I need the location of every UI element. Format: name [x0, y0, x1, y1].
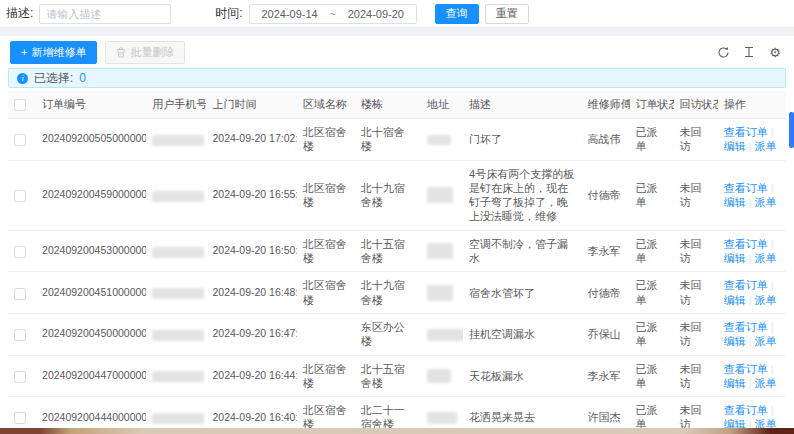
row-checkbox[interactable]	[14, 329, 26, 341]
cell-visit-time: 2024-09-20 16:44:38	[206, 355, 296, 397]
page-gap	[0, 28, 794, 36]
dispatch-link[interactable]: 派单	[755, 252, 777, 264]
row-checkbox[interactable]	[14, 288, 26, 300]
background-window-edge	[0, 428, 794, 434]
cell-order-status: 已派单	[630, 355, 674, 397]
action-separator: |	[771, 279, 774, 291]
cell-actions: 查看订单|编辑|派单	[718, 119, 786, 161]
edit-link[interactable]: 编辑	[724, 140, 746, 152]
cell-visit-status: 未回访	[674, 355, 718, 397]
action-separator: |	[749, 335, 752, 347]
col-desc: 描述	[463, 91, 581, 119]
scrollbar-thumb[interactable]	[789, 112, 794, 148]
edit-link[interactable]: 编辑	[724, 377, 746, 389]
table-row: 202409200505000000452024-09-20 17:02:46北…	[8, 119, 786, 161]
refresh-icon[interactable]	[716, 45, 730, 59]
cell-actions: 查看订单|编辑|派单	[718, 313, 786, 355]
cell-desc: 门坏了	[463, 119, 581, 161]
cell-address	[421, 160, 463, 230]
redacted-phone	[152, 413, 204, 424]
redacted-address	[427, 243, 453, 259]
settings-gear-icon[interactable]: ⚙	[768, 45, 782, 59]
dispatch-link[interactable]: 派单	[755, 196, 777, 208]
cell-area: 北区宿舍楼	[297, 160, 355, 230]
cell-visit-time: 2024-09-20 17:02:46	[206, 119, 296, 161]
redacted-address	[427, 285, 453, 301]
selected-count: 0	[79, 71, 86, 85]
cell-address	[421, 355, 463, 397]
table-toolbar: + 新增维修单 批量删除 ⚙	[8, 36, 786, 66]
view-order-link[interactable]: 查看订单	[724, 321, 768, 333]
edit-link[interactable]: 编辑	[724, 294, 746, 306]
action-separator: |	[771, 404, 774, 416]
cell-order-status: 已派单	[630, 272, 674, 314]
cell-address	[421, 272, 463, 314]
batch-delete-button[interactable]: 批量删除	[105, 41, 185, 64]
dispatch-link[interactable]: 派单	[755, 140, 777, 152]
redacted-address	[427, 329, 463, 341]
cell-visit-time: 2024-09-20 16:55:18	[206, 160, 296, 230]
action-separator: |	[749, 196, 752, 208]
cell-building: 东区办公楼	[355, 313, 421, 355]
row-checkbox[interactable]	[14, 371, 26, 383]
table-body: 202409200505000000452024-09-20 17:02:46北…	[8, 119, 786, 434]
selection-alert: i 已选择: 0	[8, 68, 786, 88]
cell-building: 北十五宿舍楼	[355, 355, 421, 397]
desc-filter-input[interactable]	[39, 4, 171, 24]
cell-building: 北十九宿舍楼	[355, 272, 421, 314]
reset-button[interactable]: 重置	[485, 4, 529, 24]
dispatch-link[interactable]: 派单	[755, 377, 777, 389]
col-visit-status: 回访状态	[674, 91, 718, 119]
date-range-picker[interactable]: 2024-09-14 ~ 2024-09-20	[249, 4, 417, 24]
content-card: + 新增维修单 批量删除 ⚙ i 已选择:	[0, 36, 794, 428]
dispatch-link[interactable]: 派单	[755, 335, 777, 347]
row-checkbox[interactable]	[14, 412, 26, 424]
view-order-link[interactable]: 查看订单	[724, 126, 768, 138]
view-order-link[interactable]: 查看订单	[724, 238, 768, 250]
cell-order-status: 已派单	[630, 313, 674, 355]
edit-link[interactable]: 编辑	[724, 252, 746, 264]
cell-desc: 空调不制冷，管子漏水	[463, 230, 581, 272]
add-repair-order-button[interactable]: + 新增维修单	[10, 41, 97, 64]
action-separator: |	[771, 363, 774, 375]
column-height-icon[interactable]	[742, 45, 756, 59]
view-order-link[interactable]: 查看订单	[724, 363, 768, 375]
cell-order-no: 20240920044700000053	[36, 355, 146, 397]
cell-phone	[146, 119, 206, 161]
date-start[interactable]: 2024-09-14	[261, 8, 317, 20]
col-phone: 用户手机号	[146, 91, 206, 119]
cell-worker: 高战伟	[581, 119, 629, 161]
cell-order-no: 20240920045000000036	[36, 313, 146, 355]
redacted-phone	[152, 191, 204, 202]
cell-area	[297, 313, 355, 355]
date-end[interactable]: 2024-09-20	[348, 8, 404, 20]
cell-visit-status: 未回访	[674, 272, 718, 314]
action-separator: |	[771, 182, 774, 194]
desc-filter-label: 描述:	[6, 5, 33, 22]
row-checkbox[interactable]	[14, 246, 26, 258]
cell-worker: 李永军	[581, 230, 629, 272]
row-checkbox[interactable]	[14, 134, 26, 146]
cell-phone	[146, 272, 206, 314]
view-order-link[interactable]: 查看订单	[724, 279, 768, 291]
table-tools: ⚙	[716, 45, 786, 59]
cell-phone	[146, 313, 206, 355]
edit-link[interactable]: 编辑	[724, 335, 746, 347]
cell-address	[421, 119, 463, 161]
edit-link[interactable]: 编辑	[724, 196, 746, 208]
col-visit-time: 上门时间	[206, 91, 296, 119]
time-filter-label: 时间:	[215, 5, 242, 22]
repair-order-table: 订单编号 用户手机号 上门时间 区域名称 楼栋 地址 描述 维修师傅 订单状态 …	[8, 91, 786, 434]
view-order-link[interactable]: 查看订单	[724, 404, 768, 416]
redacted-phone	[152, 288, 204, 299]
dispatch-link[interactable]: 派单	[755, 294, 777, 306]
row-checkbox[interactable]	[14, 190, 26, 202]
search-button[interactable]: 查询	[435, 4, 479, 24]
view-order-link[interactable]: 查看订单	[724, 182, 768, 194]
col-actions: 操作	[718, 91, 786, 119]
select-all-checkbox[interactable]	[14, 99, 26, 111]
cell-order-status: 已派单	[630, 160, 674, 230]
cell-actions: 查看订单|编辑|派单	[718, 230, 786, 272]
cell-order-status: 已派单	[630, 119, 674, 161]
cell-building: 北十宿舍楼	[355, 119, 421, 161]
